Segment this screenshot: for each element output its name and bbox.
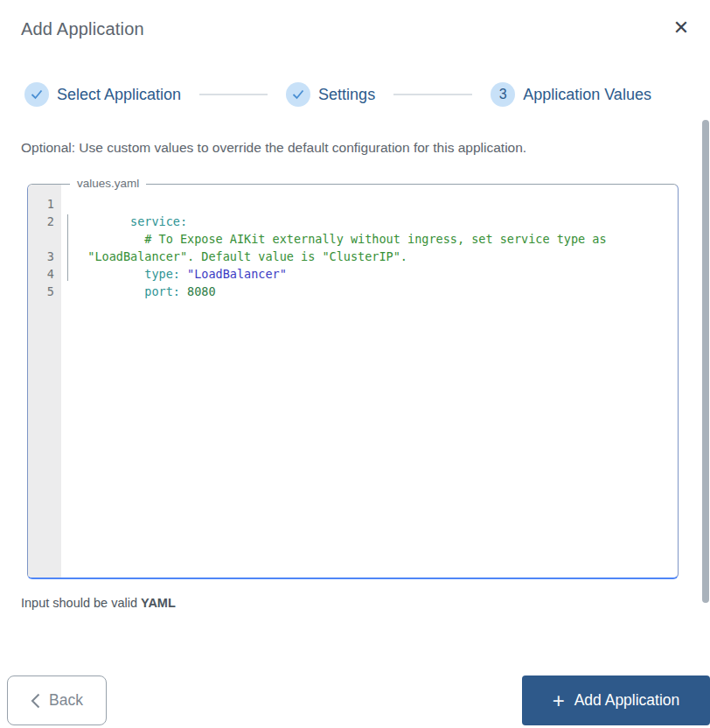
optional-description: Optional: Use custom values to override …	[21, 140, 526, 156]
back-button[interactable]: Back	[7, 676, 107, 725]
step-label: Application Values	[523, 86, 651, 104]
page-title: Add Application	[21, 19, 144, 39]
step-divider	[199, 94, 268, 95]
check-icon	[292, 89, 304, 100]
back-button-label: Back	[49, 691, 83, 710]
indent-guide	[67, 214, 68, 281]
line-number: 4	[28, 265, 54, 283]
chevron-left-icon	[31, 693, 40, 709]
editor-gutter: 1 2 3 4 5	[28, 185, 61, 578]
add-application-button[interactable]: + Add Application	[522, 676, 710, 725]
stepper: Select Application Settings 3 Applicatio…	[24, 82, 703, 107]
add-application-button-label: Add Application	[574, 691, 680, 710]
add-application-modal: Add Application ✕ Select Application Set…	[0, 0, 710, 728]
line-number: 3	[28, 248, 54, 265]
validation-hint: Input should be valid YAML	[21, 596, 176, 610]
step-label: Settings	[318, 86, 375, 104]
yaml-editor: values.yaml 1 2 3 4 5 service: # To Expo…	[27, 184, 679, 579]
validation-hint-format: YAML	[141, 596, 176, 610]
step-complete-indicator	[286, 82, 310, 107]
close-icon[interactable]: ✕	[669, 16, 693, 40]
step-select-application[interactable]: Select Application	[24, 82, 181, 107]
line-number: 2	[28, 213, 54, 230]
step-divider	[393, 94, 472, 95]
step-number-indicator: 3	[491, 82, 515, 107]
plus-icon: +	[553, 690, 565, 711]
step-label: Select Application	[57, 86, 181, 104]
check-icon	[31, 89, 43, 100]
yaml-key: port:	[144, 284, 180, 298]
step-complete-indicator	[24, 82, 49, 107]
step-application-values[interactable]: 3 Application Values	[491, 82, 651, 107]
code-line: port:8080	[87, 265, 612, 318]
line-number: 5	[28, 283, 54, 300]
line-number: 1	[28, 195, 54, 213]
step-settings[interactable]: Settings	[286, 82, 375, 107]
yaml-number-value: 8080	[187, 284, 216, 298]
code-editor-input[interactable]: service: # To Expose AIKit externally wi…	[61, 185, 678, 578]
modal-scrollbar[interactable]	[702, 120, 709, 603]
